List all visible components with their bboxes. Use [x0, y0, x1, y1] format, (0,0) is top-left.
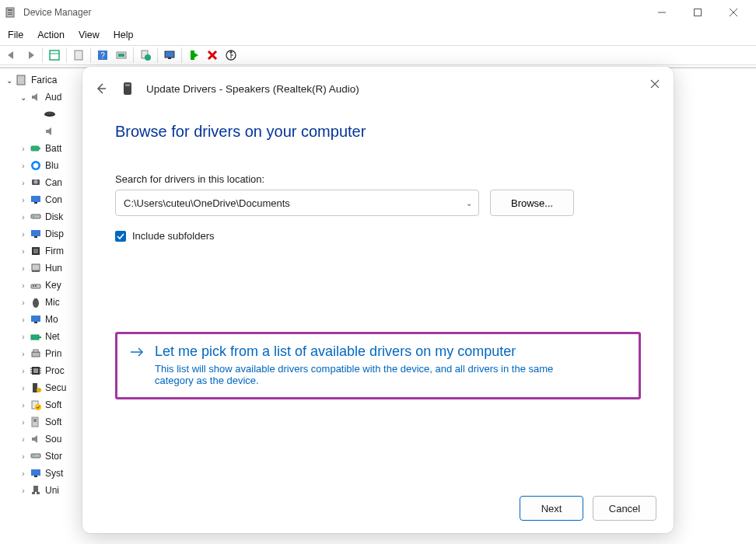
svg-rect-51 [32, 352, 40, 357]
svg-rect-44 [35, 285, 37, 287]
expand-toggle-icon[interactable]: › [17, 194, 30, 206]
expand-toggle-icon[interactable]: › [17, 228, 30, 240]
svg-rect-61 [33, 383, 37, 392]
expand-toggle-icon[interactable]: › [17, 433, 30, 445]
svg-rect-33 [34, 202, 37, 204]
expand-toggle-icon[interactable]: › [17, 330, 30, 343]
toolbar-uninstall-icon[interactable] [204, 47, 221, 64]
tree-label: Disk [45, 211, 63, 222]
expand-toggle-icon[interactable]: › [17, 245, 30, 257]
toolbar: ? [0, 45, 756, 65]
expand-toggle-icon[interactable]: › [17, 382, 30, 394]
toolbar-properties-icon[interactable] [70, 47, 87, 64]
speaker-icon [30, 91, 42, 103]
dialog-close-button[interactable] [644, 73, 666, 95]
category-icon [30, 262, 42, 274]
svg-rect-49 [31, 335, 39, 340]
svg-rect-18 [168, 58, 171, 59]
svg-rect-17 [165, 51, 174, 58]
toolbar-update-driver-icon[interactable] [137, 47, 154, 64]
svg-rect-47 [31, 316, 40, 322]
search-location-label: Search for drivers in this location: [115, 173, 641, 185]
expand-toggle-icon[interactable]: › [17, 399, 30, 411]
toolbar-monitor-icon[interactable] [161, 47, 178, 64]
tree-label: Mo [45, 314, 58, 325]
tree-label: Soft [45, 399, 61, 410]
tree-label: Key [45, 280, 61, 291]
toolbar-help-icon[interactable]: ? [94, 47, 111, 64]
expand-toggle-icon[interactable]: › [17, 364, 30, 377]
menu-help[interactable]: Help [114, 30, 134, 40]
category-icon [30, 347, 42, 360]
tree-label: Blu [45, 160, 58, 171]
category-icon [30, 382, 42, 394]
dialog-heading: Browse for drivers on your computer [115, 123, 641, 141]
tree-label: Soft [45, 417, 61, 427]
tree-label: Proc [45, 365, 65, 376]
toolbar-enable-icon[interactable] [185, 47, 202, 64]
minimize-button[interactable] [644, 0, 680, 25]
svg-rect-52 [33, 350, 38, 352]
toolbar-scan-icon[interactable] [113, 47, 130, 64]
expand-toggle-icon[interactable]: › [17, 262, 30, 274]
pick-option-title: Let me pick from a list of available dri… [155, 343, 590, 360]
toolbar-separator [157, 47, 158, 63]
tree-label: Con [45, 194, 62, 205]
svg-rect-39 [33, 249, 38, 253]
category-icon [30, 228, 42, 240]
category-icon [30, 313, 42, 326]
svg-rect-36 [31, 230, 40, 236]
browse-button[interactable]: Browse... [490, 190, 574, 216]
driver-device-icon [120, 81, 135, 96]
category-icon [30, 279, 42, 291]
chevron-down-icon[interactable]: ⌄ [466, 199, 472, 207]
toolbar-forward-icon[interactable] [22, 47, 39, 64]
expand-toggle-icon[interactable]: › [17, 176, 30, 189]
expand-toggle-icon[interactable]: › [17, 296, 30, 309]
category-icon [30, 450, 42, 462]
maximize-button[interactable] [680, 0, 716, 25]
expand-toggle-icon[interactable]: › [17, 142, 30, 155]
expand-toggle-icon[interactable]: › [17, 211, 30, 223]
window-titlebar: Device Manager [0, 0, 756, 25]
menu-action[interactable]: Action [37, 30, 65, 40]
svg-rect-48 [34, 322, 37, 323]
expand-toggle-icon[interactable]: › [17, 347, 30, 360]
include-subfolders-checkbox[interactable] [115, 231, 126, 242]
expand-toggle-icon[interactable]: › [17, 450, 30, 462]
expand-toggle-icon[interactable]: › [17, 313, 30, 326]
category-icon [30, 330, 42, 343]
expand-toggle-icon[interactable]: › [17, 416, 30, 428]
menu-file[interactable]: File [8, 30, 23, 40]
tree-label: Syst [45, 468, 63, 479]
expand-toggle-icon[interactable]: › [17, 467, 30, 479]
tree-label: Aud [45, 92, 61, 103]
expand-toggle-icon[interactable]: › [17, 484, 30, 497]
dialog-title: Update Drivers - Speakers (Realtek(R) Au… [146, 83, 359, 95]
cancel-button[interactable]: Cancel [593, 496, 656, 521]
menu-view[interactable]: View [79, 30, 100, 40]
expand-toggle-icon[interactable]: › [17, 159, 30, 172]
svg-rect-2 [8, 12, 12, 13]
category-icon [30, 176, 42, 189]
toolbar-separator [42, 47, 43, 63]
next-button[interactable]: Next [520, 496, 583, 521]
pick-from-list-option[interactable]: Let me pick from a list of available dri… [115, 332, 641, 399]
svg-rect-27 [31, 146, 39, 151]
expand-toggle-icon[interactable]: › [17, 279, 30, 291]
expand-toggle-icon[interactable]: ⌄ [3, 74, 16, 86]
expand-toggle-icon[interactable]: ⌄ [17, 91, 30, 103]
svg-rect-10 [75, 51, 82, 60]
category-icon [30, 142, 42, 155]
toolbar-separator [90, 47, 91, 63]
toolbar-show-hide-icon[interactable] [46, 47, 63, 64]
toolbar-scan-hardware-icon[interactable] [222, 47, 240, 64]
driver-path-input[interactable]: C:\Users\cuteu\OneDrive\Documents ⌄ [115, 190, 479, 216]
dialog-back-button[interactable] [93, 81, 109, 96]
tree-label: Batt [45, 143, 61, 154]
menu-bar: File Action View Help [0, 25, 756, 45]
close-button[interactable] [716, 0, 751, 25]
toolbar-separator [66, 47, 67, 63]
svg-rect-70 [34, 476, 37, 477]
toolbar-back-icon[interactable] [3, 47, 20, 64]
